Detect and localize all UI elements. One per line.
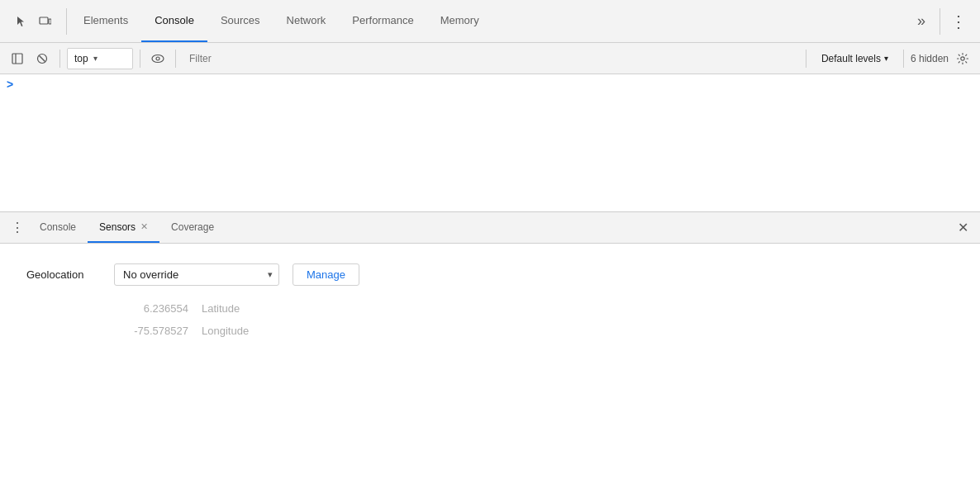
drawer-tab-coverage[interactable]: Coverage <box>159 212 226 243</box>
drawer-tab-sensors[interactable]: Sensors ✕ <box>88 212 159 243</box>
drawer-more-button[interactable]: ⋮ <box>7 217 28 239</box>
tab-console[interactable]: Console <box>141 0 207 42</box>
toolbar-divider-3 <box>175 50 176 68</box>
console-settings-icon[interactable] <box>952 48 973 69</box>
clear-console-icon[interactable] <box>31 48 53 69</box>
live-expression-icon[interactable] <box>147 48 169 69</box>
context-selector[interactable]: top ▾ <box>67 48 133 69</box>
divider-1 <box>66 8 67 35</box>
longitude-row: -75.578527 Longitude <box>26 325 954 337</box>
more-tabs-button[interactable]: » <box>910 10 933 33</box>
svg-line-5 <box>40 55 45 61</box>
longitude-label: Longitude <box>202 325 249 337</box>
sidebar-toggle-icon[interactable] <box>7 48 28 69</box>
tab-elements[interactable]: Elements <box>70 0 141 42</box>
drawer-tab-bar: ⋮ Console Sensors ✕ Coverage ✕ <box>0 212 980 244</box>
geolocation-row: Geolocation No override Berlin London Mo… <box>26 263 954 286</box>
manage-button[interactable]: Manage <box>293 263 359 286</box>
close-sensors-tab-icon[interactable]: ✕ <box>140 221 148 232</box>
divider-2 <box>940 8 940 35</box>
tab-performance[interactable]: Performance <box>339 0 426 42</box>
toolbar-divider-4 <box>806 50 806 68</box>
console-toolbar: top ▾ Default levels ▾ 6 hidden <box>0 43 980 74</box>
drawer-tab-console[interactable]: Console <box>28 212 88 243</box>
top-tabs: Elements Console Sources Network Perform… <box>70 0 903 42</box>
toolbar-divider-5 <box>903 50 904 68</box>
svg-point-7 <box>156 57 159 60</box>
tab-network[interactable]: Network <box>274 0 340 42</box>
log-levels-button[interactable]: Default levels ▾ <box>813 48 897 69</box>
geolocation-select-wrap: No override Berlin London Moscow Mountai… <box>114 263 279 286</box>
console-area: > <box>0 74 980 223</box>
geolocation-label: Geolocation <box>26 268 101 281</box>
devtools-settings-button[interactable]: ⋮ <box>947 10 970 33</box>
device-toolbar-icon[interactable] <box>33 10 56 33</box>
sensors-content: Geolocation No override Berlin London Mo… <box>0 244 980 484</box>
levels-arrow-icon: ▾ <box>884 54 888 63</box>
svg-rect-0 <box>40 17 48 24</box>
svg-rect-2 <box>12 54 22 64</box>
geolocation-select[interactable]: No override Berlin London Moscow Mountai… <box>114 263 279 286</box>
tab-sources[interactable]: Sources <box>207 0 274 42</box>
top-bar: Elements Console Sources Network Perform… <box>0 0 980 43</box>
console-caret[interactable]: > <box>7 78 13 91</box>
longitude-value: -75.578527 <box>114 325 188 337</box>
devtools-icons <box>3 10 63 33</box>
latitude-label: Latitude <box>202 302 240 315</box>
context-arrow-icon: ▾ <box>93 54 98 63</box>
cursor-icon[interactable] <box>10 10 33 33</box>
close-drawer-button[interactable]: ✕ <box>952 217 973 239</box>
svg-point-6 <box>152 55 164 62</box>
tab-memory[interactable]: Memory <box>427 0 492 42</box>
latitude-value: 6.236554 <box>114 302 188 315</box>
toolbar-divider-2 <box>140 50 140 68</box>
hidden-count-label: 6 hidden <box>911 53 949 64</box>
toolbar-divider-1 <box>59 50 60 68</box>
latitude-row: 6.236554 Latitude <box>26 302 954 315</box>
bottom-drawer-panel: ⋮ Console Sensors ✕ Coverage ✕ Geolocati… <box>0 211 980 484</box>
svg-point-8 <box>961 56 964 59</box>
top-bar-more: » ⋮ <box>903 8 977 35</box>
filter-input[interactable] <box>183 48 799 69</box>
svg-rect-1 <box>49 19 51 24</box>
